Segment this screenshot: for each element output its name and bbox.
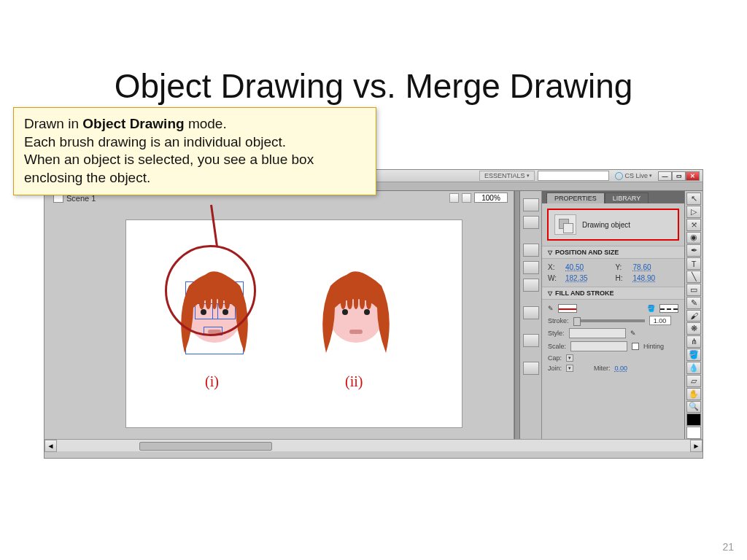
- drawing-object-row: Drawing object: [547, 209, 679, 241]
- fill-color-swatch[interactable]: [659, 304, 678, 313]
- edit-scene-icon[interactable]: [449, 193, 459, 203]
- callout-lens: [165, 245, 256, 336]
- label-i: (i): [205, 373, 219, 390]
- line-tool-icon[interactable]: ╲: [686, 271, 701, 283]
- w-label: W:: [548, 274, 561, 282]
- callout-l2: Each brush drawing is an individual obje…: [24, 133, 365, 152]
- cap-drop[interactable]: ▾: [566, 354, 573, 362]
- hair-outline: [316, 264, 396, 359]
- tab-library[interactable]: LIBRARY: [605, 192, 649, 203]
- y-value[interactable]: 78.60: [633, 263, 679, 271]
- section-position[interactable]: POSITION AND SIZE: [542, 246, 684, 259]
- miter-value[interactable]: 0.00: [615, 365, 628, 372]
- zoom-tool-icon[interactable]: 🔍: [686, 401, 701, 413]
- scale-label: Scale:: [548, 343, 566, 350]
- x-value[interactable]: 40.50: [565, 263, 611, 271]
- join-drop[interactable]: ▾: [566, 365, 573, 372]
- dock-btn-3[interactable]: [523, 244, 539, 257]
- scroll-left-icon[interactable]: ◄: [44, 440, 57, 452]
- search-input[interactable]: [538, 171, 609, 181]
- stage-canvas[interactable]: (i) (ii): [126, 220, 462, 427]
- minimize-button[interactable]: —: [658, 171, 672, 181]
- join-label: Join:: [548, 365, 562, 372]
- toolbar: ↖ ▷ ⤧ ◉ ✒ T ╲ ▭ ✎ 🖌 ❋ ⋔ 🪣 💧 ▱ ✋ 🔍: [685, 191, 703, 439]
- panel-dock: [520, 191, 542, 439]
- label-ii: (ii): [345, 373, 363, 390]
- section-fillstroke[interactable]: FILL AND STROKE: [542, 287, 684, 300]
- cs-live-button[interactable]: CS Live: [612, 172, 655, 180]
- y-label: Y:: [616, 263, 629, 271]
- bone-tool-icon[interactable]: ⋔: [686, 335, 701, 348]
- callout-l1a: Drawn in: [24, 116, 82, 131]
- callout-l1c: mode.: [185, 116, 227, 131]
- stage-column: Scene 1: [44, 191, 514, 439]
- drawing-object-icon: [554, 214, 576, 235]
- style-label: Style:: [548, 330, 565, 337]
- free-transform-tool-icon[interactable]: ⤧: [686, 219, 701, 231]
- bucket-tool-icon[interactable]: 🪣: [686, 349, 701, 361]
- dock-btn-2[interactable]: [523, 216, 539, 229]
- scale-combo[interactable]: [570, 341, 627, 351]
- style-combo[interactable]: [569, 328, 626, 338]
- stroke-color-swatch[interactable]: [558, 304, 577, 313]
- text-tool-icon[interactable]: T: [686, 257, 701, 270]
- h-value[interactable]: 148.90: [633, 274, 679, 282]
- deco-tool-icon[interactable]: ❋: [686, 322, 701, 335]
- miter-label: Miter:: [594, 365, 611, 372]
- selection-tool-icon[interactable]: ↖: [686, 192, 701, 205]
- stroke-swatch[interactable]: [686, 413, 701, 426]
- lasso-tool-icon[interactable]: ◉: [686, 232, 701, 244]
- eraser-tool-icon[interactable]: ▱: [686, 375, 701, 387]
- fill-swatch[interactable]: [686, 427, 701, 439]
- rect-tool-icon[interactable]: ▭: [686, 284, 701, 296]
- stroke-value[interactable]: 1.00: [649, 316, 671, 325]
- maximize-button[interactable]: ▭: [672, 171, 686, 181]
- dock-btn-8[interactable]: [523, 362, 539, 375]
- page-number: 21: [722, 541, 734, 553]
- edit-symbols-icon[interactable]: [462, 193, 471, 203]
- dock-btn-6[interactable]: [523, 306, 539, 319]
- stroke-label: Stroke:: [548, 317, 569, 324]
- scene-tab[interactable]: Scene 1: [53, 194, 96, 203]
- hinting-checkbox[interactable]: [632, 343, 639, 350]
- properties-panel: PROPERTIES LIBRARY Drawing object POSITI…: [542, 191, 685, 439]
- hand-tool-icon[interactable]: ✋: [686, 388, 701, 400]
- callout-l1b: Object Drawing: [82, 116, 184, 131]
- h-label: H:: [616, 274, 629, 282]
- pencil-icon: ✎: [548, 305, 554, 312]
- x-label: X:: [548, 263, 561, 271]
- hinting-label: Hinting: [643, 343, 664, 350]
- slide-title: Object Drawing vs. Merge Drawing: [0, 66, 747, 106]
- subselect-tool-icon[interactable]: ▷: [686, 206, 701, 218]
- dock-btn-5[interactable]: [523, 279, 539, 292]
- edit-style-icon[interactable]: ✎: [630, 330, 636, 337]
- pencil-tool-icon[interactable]: ✎: [686, 297, 701, 309]
- w-value[interactable]: 182.35: [565, 274, 611, 282]
- tab-properties[interactable]: PROPERTIES: [546, 192, 605, 203]
- drawing-ii[interactable]: [316, 264, 396, 366]
- pen-tool-icon[interactable]: ✒: [686, 244, 701, 257]
- cap-label: Cap:: [548, 354, 562, 362]
- brush-tool-icon[interactable]: 🖌: [686, 310, 701, 322]
- eyedropper-tool-icon[interactable]: 💧: [686, 362, 701, 374]
- workspace-dropdown[interactable]: ESSENTIALS: [479, 171, 535, 181]
- dock-btn-4[interactable]: [523, 261, 539, 274]
- drawing-object-label: Drawing object: [582, 221, 630, 229]
- collapse-handle[interactable]: [514, 191, 520, 439]
- callout-box: Drawn in Object Drawing mode. Each brush…: [13, 107, 376, 195]
- stroke-slider[interactable]: [573, 319, 645, 322]
- callout-l3: When an object is selected, you see a bl…: [24, 151, 365, 187]
- dock-btn-1[interactable]: [523, 198, 539, 211]
- close-button[interactable]: ✕: [686, 171, 700, 181]
- bucket-icon: 🪣: [647, 305, 655, 312]
- zoom-input[interactable]: [474, 192, 508, 203]
- dock-btn-7[interactable]: [523, 334, 539, 347]
- scroll-right-icon[interactable]: ►: [690, 440, 703, 452]
- h-scrollbar[interactable]: ◄ ►: [44, 439, 703, 451]
- flash-app-screenshot: ESSENTIALS CS Live — ▭ ✕ Scene 1: [44, 169, 703, 459]
